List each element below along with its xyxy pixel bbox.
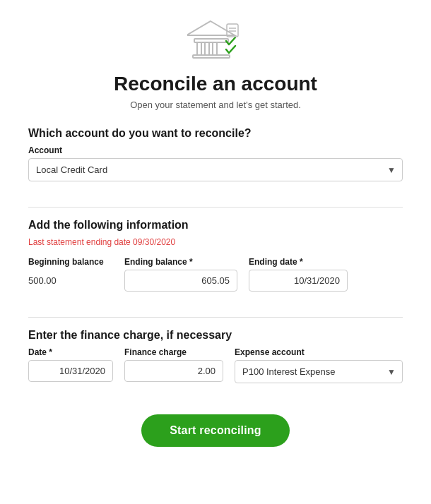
finance-charge-group: Finance charge xyxy=(124,347,223,382)
header-icon xyxy=(187,14,244,67)
ending-date-group: Ending date * xyxy=(249,257,348,292)
account-select[interactable]: Local Credit Card Checking Account Savin… xyxy=(28,158,403,181)
beginning-balance-value: 500.00 xyxy=(28,270,113,292)
beginning-balance-group: Beginning balance 500.00 xyxy=(28,257,113,292)
expense-account-group: Expense account P100 Interest Expense In… xyxy=(235,347,403,383)
page-title: Reconcile an account xyxy=(114,73,317,95)
account-question: Which account do you want to reconcile? xyxy=(28,127,403,140)
info-section-title: Add the following information xyxy=(28,219,403,232)
finance-section-title: Enter the finance charge, if necessary xyxy=(28,329,403,342)
svg-rect-3 xyxy=(213,42,217,55)
svg-marker-5 xyxy=(187,21,235,35)
expense-account-label: Expense account xyxy=(235,347,403,357)
finance-date-input[interactable] xyxy=(28,360,113,382)
ending-date-input[interactable] xyxy=(249,270,348,292)
section-divider-2 xyxy=(28,317,403,318)
finance-fields-row: Date * Finance charge Expense account P1… xyxy=(28,347,403,383)
section-divider xyxy=(28,207,403,208)
ending-date-label: Ending date * xyxy=(249,257,348,267)
info-section: Add the following information Last state… xyxy=(28,219,403,292)
ending-balance-input[interactable] xyxy=(124,270,237,292)
account-select-wrapper[interactable]: Local Credit Card Checking Account Savin… xyxy=(28,158,403,181)
expense-account-select-wrapper[interactable]: P100 Interest Expense Interest Expense O… xyxy=(235,360,403,383)
ending-balance-label: Ending balance * xyxy=(124,257,237,267)
finance-date-group: Date * xyxy=(28,347,113,382)
svg-rect-4 xyxy=(193,55,230,58)
finance-section: Enter the finance charge, if necessary D… xyxy=(28,329,403,383)
ending-balance-group: Ending balance * xyxy=(124,257,237,292)
svg-rect-2 xyxy=(205,42,209,55)
start-reconciling-button[interactable]: Start reconciling xyxy=(141,414,290,447)
svg-rect-1 xyxy=(197,42,201,55)
finance-date-label: Date * xyxy=(28,347,113,357)
expense-account-select[interactable]: P100 Interest Expense Interest Expense O… xyxy=(235,360,403,383)
account-label: Account xyxy=(28,145,403,155)
page-subtitle: Open your statement and let's get starte… xyxy=(130,100,301,110)
beginning-balance-label: Beginning balance xyxy=(28,257,113,267)
finance-charge-input[interactable] xyxy=(124,360,223,382)
last-statement-text: Last statement ending date 09/30/2020 xyxy=(28,237,403,247)
balance-fields-row: Beginning balance 500.00 Ending balance … xyxy=(28,257,403,292)
account-section: Which account do you want to reconcile? … xyxy=(28,127,403,181)
finance-charge-label: Finance charge xyxy=(124,347,223,357)
